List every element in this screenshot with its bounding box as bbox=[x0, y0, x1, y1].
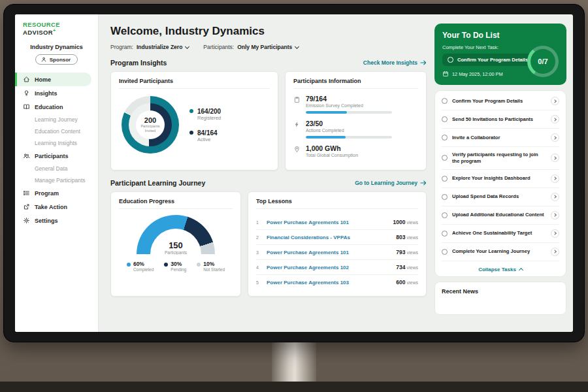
desk-edge bbox=[0, 382, 588, 392]
lesson-link[interactable]: Power Purchase Agreements 103 bbox=[267, 280, 391, 286]
chevron-right-icon[interactable] bbox=[551, 154, 559, 162]
list-icon bbox=[23, 189, 30, 197]
todo-next-task[interactable]: Confirm Your Program Details bbox=[442, 54, 534, 66]
sidebar-item-settings[interactable]: Settings bbox=[15, 214, 98, 227]
lesson-rank: 1 bbox=[256, 220, 261, 225]
task-label: Invite a Collaborator bbox=[452, 135, 546, 141]
stat-emission-survey: 79/164 Emission Survey Completed bbox=[293, 95, 418, 114]
sponsor-badge-label: Sponsor bbox=[50, 57, 71, 63]
section-title: Participant Learning Journey bbox=[110, 179, 205, 187]
chevron-right-icon[interactable] bbox=[551, 248, 559, 256]
checkbox-icon[interactable] bbox=[442, 116, 448, 122]
sidebar-item-education-content[interactable]: Education Content bbox=[15, 125, 98, 137]
todo-progress-ring: 0/7 bbox=[527, 46, 559, 77]
checkbox-icon[interactable] bbox=[442, 212, 448, 218]
progress-track bbox=[306, 136, 392, 139]
sidebar-item-insights[interactable]: Insights bbox=[15, 86, 98, 100]
chevron-right-icon[interactable] bbox=[551, 229, 559, 238]
sidebar-item-label: Participants bbox=[35, 153, 69, 159]
gauge-center: 150 Participants bbox=[137, 240, 215, 255]
sidebar-item-participants[interactable]: Participants bbox=[15, 149, 98, 163]
stat-value: 1,000 GWh bbox=[306, 144, 358, 152]
main-content: Welcome, Industry Dynamics Program: Indu… bbox=[99, 14, 434, 332]
stat-consumption: 1,000 GWh Total Global Consumption bbox=[293, 144, 418, 157]
views-label: views bbox=[406, 265, 418, 270]
chevron-right-icon[interactable] bbox=[551, 211, 559, 220]
sidebar-item-learning-journey[interactable]: Learning Journey bbox=[15, 114, 98, 125]
sidebar-item-education[interactable]: Education bbox=[15, 100, 98, 114]
sidebar-item-program[interactable]: Program bbox=[15, 186, 98, 200]
chevron-right-icon[interactable] bbox=[551, 174, 559, 183]
sidebar-item-manage-participants[interactable]: Manage Participants bbox=[15, 174, 98, 186]
task-item[interactable]: Upload Additional Educational Content bbox=[442, 206, 559, 225]
legend-pct: 60% bbox=[133, 261, 144, 267]
lesson-link[interactable]: Power Purchase Agreements 101 bbox=[267, 220, 388, 225]
lesson-views: 600 bbox=[396, 279, 405, 286]
chevron-up-icon bbox=[519, 268, 523, 272]
task-item[interactable]: Verify participants requesting to join t… bbox=[442, 147, 559, 170]
legend-label: Pending bbox=[171, 267, 186, 272]
task-item[interactable]: Invite a Collaborator bbox=[442, 129, 559, 147]
education-progress-gauge-chart: 150 Participants bbox=[137, 215, 215, 255]
lesson-link[interactable]: Power Purchase Agreements 101 bbox=[267, 250, 391, 255]
lightbulb-icon bbox=[23, 90, 30, 97]
checkbox-icon[interactable] bbox=[442, 176, 448, 182]
participants-information-card: Participants Information 79/164 Emission… bbox=[285, 71, 427, 171]
sidebar-item-take-action[interactable]: Take Action bbox=[15, 200, 98, 214]
recent-news-card: Recent News bbox=[434, 282, 566, 315]
donut-center-label: Participants Invited bbox=[136, 124, 165, 133]
task-item[interactable]: Complete Your Learning Journey bbox=[442, 243, 559, 261]
checkbox-icon[interactable] bbox=[442, 194, 448, 200]
task-item[interactable]: Send 50 Invitations to Participants bbox=[442, 110, 559, 129]
task-item[interactable]: Achieve One Sustainability Target bbox=[442, 225, 559, 243]
chevron-right-icon[interactable] bbox=[551, 193, 559, 201]
lesson-link[interactable]: Financial Considerations - VPPAs bbox=[267, 235, 391, 240]
checkbox-icon[interactable] bbox=[442, 155, 448, 161]
sidebar-item-learning-insights[interactable]: Learning Insights bbox=[15, 137, 98, 149]
book-icon bbox=[23, 103, 30, 110]
lesson-views: 1000 bbox=[393, 219, 406, 225]
lesson-link[interactable]: Power Purchase Agreements 102 bbox=[267, 265, 391, 270]
lesson-rank: 5 bbox=[256, 280, 261, 285]
participants-filter[interactable]: Participants: Only My Participants bbox=[203, 44, 299, 50]
checkbox-icon[interactable] bbox=[442, 98, 448, 104]
sidebar-item-general-data[interactable]: General Data bbox=[15, 163, 98, 174]
lesson-rank: 2 bbox=[256, 235, 261, 240]
task-item[interactable]: Upload Spend Data Records bbox=[442, 188, 559, 206]
gauge-center-label: Participants bbox=[137, 250, 215, 255]
section-title: Program Insights bbox=[110, 59, 167, 67]
monitor-stand bbox=[272, 340, 316, 383]
check-more-insights-link[interactable]: Check More Insights bbox=[363, 59, 427, 66]
lesson-row: 2 Financial Considerations - VPPAs 803vi… bbox=[256, 230, 418, 245]
go-to-learning-journey-link[interactable]: Go to Learning Journey bbox=[355, 180, 427, 186]
chevron-right-icon[interactable] bbox=[551, 97, 559, 105]
arrow-right-icon bbox=[420, 60, 427, 65]
task-label: Send 50 Invitations to Participants bbox=[452, 116, 546, 123]
lesson-views: 793 bbox=[396, 249, 405, 255]
donut-legend: 164/200 Registered 84/164 Active bbox=[189, 108, 221, 142]
checkbox-icon[interactable] bbox=[442, 135, 448, 140]
chevron-right-icon[interactable] bbox=[551, 115, 559, 123]
collapse-tasks-link[interactable]: Collapse Tasks bbox=[442, 261, 559, 275]
progress-fill bbox=[306, 111, 347, 114]
stat-label: Actions Completed bbox=[306, 128, 392, 133]
gear-icon bbox=[23, 217, 30, 224]
sponsor-badge[interactable]: Sponsor bbox=[35, 54, 78, 65]
progress-fill bbox=[306, 136, 346, 139]
sidebar-item-home[interactable]: Home bbox=[15, 73, 91, 86]
checkbox-icon[interactable] bbox=[442, 231, 448, 237]
legend-dot bbox=[189, 131, 193, 135]
logo-plus: + bbox=[53, 28, 56, 33]
stat-value: 23/50 bbox=[306, 120, 392, 127]
external-arrow-icon bbox=[23, 203, 30, 210]
task-item[interactable]: Confirm Your Program Details bbox=[442, 92, 559, 110]
collapse-tasks-label: Collapse Tasks bbox=[478, 267, 516, 272]
task-item[interactable]: Explore Your Insights Dashboard bbox=[442, 170, 559, 188]
top-lessons-card: Top Lessons 1 Power Purchase Agreements … bbox=[248, 191, 427, 297]
card-title: Invited Participants bbox=[119, 78, 270, 89]
lesson-row: 4 Power Purchase Agreements 102 734views bbox=[256, 260, 418, 275]
chevron-right-icon[interactable] bbox=[551, 133, 559, 142]
program-filter[interactable]: Program: Industrialize Zero bbox=[110, 44, 189, 50]
person-icon bbox=[41, 56, 47, 63]
checkbox-icon[interactable] bbox=[442, 249, 448, 255]
